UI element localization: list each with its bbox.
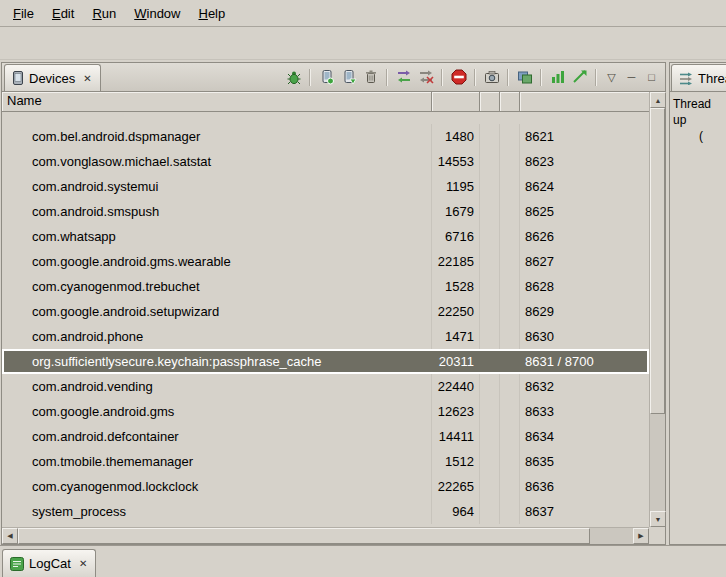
process-name: com.android.vending bbox=[2, 374, 432, 399]
table-row[interactable]: com.android.systemui 1195 8624 bbox=[2, 174, 649, 199]
threads-message-line2: ( bbox=[673, 128, 723, 144]
menu-item[interactable]: Run bbox=[83, 2, 125, 25]
close-icon[interactable]: ✕ bbox=[78, 558, 88, 569]
heap-status-cell bbox=[480, 499, 500, 524]
update-heap-icon[interactable] bbox=[317, 68, 336, 87]
minimize-icon[interactable]: ─ bbox=[623, 69, 640, 86]
tab-threads-label: Threa bbox=[698, 71, 726, 86]
horizontal-scrollbar[interactable]: ◀ ▶ bbox=[2, 527, 649, 544]
process-name: com.bel.android.dspmanager bbox=[2, 124, 432, 149]
column-header-heap[interactable] bbox=[480, 92, 500, 112]
vertical-scroll-track[interactable] bbox=[650, 108, 665, 511]
process-port: 8624 bbox=[520, 174, 649, 199]
process-name: com.android.smspush bbox=[2, 199, 432, 224]
screen-record-icon[interactable] bbox=[515, 68, 534, 87]
cause-gc-icon[interactable] bbox=[361, 68, 380, 87]
vertical-scroll-thumb[interactable] bbox=[650, 108, 665, 414]
tab-logcat[interactable]: LogCat ✕ bbox=[2, 549, 96, 577]
maximize-icon[interactable]: □ bbox=[643, 69, 660, 86]
scrollbar-corner bbox=[649, 527, 665, 544]
tab-threads[interactable]: Threa bbox=[671, 64, 726, 91]
horizontal-scroll-thumb[interactable] bbox=[18, 528, 590, 544]
heap-status-cell bbox=[480, 124, 500, 149]
menu-item[interactable]: Help bbox=[189, 2, 234, 25]
thread-status-cell bbox=[500, 449, 520, 474]
process-pid: 20311 bbox=[432, 349, 480, 374]
process-port: 8626 bbox=[520, 224, 649, 249]
table-row[interactable]: com.cyanogenmod.lockclock 22265 8636 bbox=[2, 474, 649, 499]
process-pid: 1471 bbox=[432, 324, 480, 349]
screen-capture-icon[interactable] bbox=[482, 68, 501, 87]
toolbar-separator bbox=[441, 69, 443, 86]
table-row[interactable]: com.google.android.setupwizard 22250 862… bbox=[2, 299, 649, 324]
scroll-up-icon[interactable]: ▲ bbox=[650, 92, 666, 108]
process-port: 8628 bbox=[520, 274, 649, 299]
process-pid: 22250 bbox=[432, 299, 480, 324]
menu-item[interactable]: Edit bbox=[43, 2, 83, 25]
devices-tabbar: Devices ✕ bbox=[2, 63, 665, 92]
toolbar-separator bbox=[386, 69, 388, 86]
debug-process-icon[interactable] bbox=[284, 68, 303, 87]
tab-logcat-label: LogCat bbox=[29, 556, 71, 571]
process-port: 8634 bbox=[520, 424, 649, 449]
table-row[interactable]: com.android.smspush 1679 8625 bbox=[2, 199, 649, 224]
thread-status-cell bbox=[500, 299, 520, 324]
view-menu-icon[interactable]: ▽ bbox=[603, 69, 620, 86]
tab-devices[interactable]: Devices ✕ bbox=[4, 64, 101, 91]
heap-status-cell bbox=[480, 224, 500, 249]
process-port: 8623 bbox=[520, 149, 649, 174]
process-pid: 22440 bbox=[432, 374, 480, 399]
heap-status-cell bbox=[480, 374, 500, 399]
thread-status-cell bbox=[500, 374, 520, 399]
process-port: 8632 bbox=[520, 374, 649, 399]
scroll-left-icon[interactable]: ◀ bbox=[2, 528, 18, 544]
table-row[interactable]: com.google.android.gms 12623 8633 bbox=[2, 399, 649, 424]
table-body: com.bel.android.dspmanager 1480 8621 com… bbox=[2, 112, 649, 527]
table-row[interactable]: system_process 964 8637 bbox=[2, 499, 649, 524]
menubar: File Edit Run Window Help bbox=[0, 0, 726, 27]
table-row[interactable]: com.whatsapp 6716 8626 bbox=[2, 224, 649, 249]
column-header-name[interactable]: Name bbox=[2, 92, 432, 112]
scroll-down-icon[interactable]: ▼ bbox=[650, 511, 666, 527]
process-pid: 1195 bbox=[432, 174, 480, 199]
process-pid: 964 bbox=[432, 499, 480, 524]
table-row[interactable]: com.cyanogenmod.trebuchet 1528 8628 bbox=[2, 274, 649, 299]
process-port: 8627 bbox=[520, 249, 649, 274]
table-row[interactable]: com.vonglasow.michael.satstat 14553 8623 bbox=[2, 149, 649, 174]
process-port: 8631 / 8700 bbox=[520, 349, 649, 374]
process-name: com.android.phone bbox=[2, 324, 432, 349]
threads-tabbar: Threa bbox=[670, 63, 726, 92]
heap-status-cell bbox=[480, 299, 500, 324]
table-row[interactable]: com.android.phone 1471 8630 bbox=[2, 324, 649, 349]
update-threads-icon[interactable] bbox=[394, 68, 413, 87]
table-row[interactable]: com.google.android.gms.wearable 22185 86… bbox=[2, 249, 649, 274]
process-pid: 14553 bbox=[432, 149, 480, 174]
column-header-port[interactable] bbox=[520, 92, 649, 112]
device-icon bbox=[12, 71, 24, 85]
tracking-start-icon[interactable] bbox=[548, 68, 567, 87]
table-row[interactable]: com.tmobile.thememanager 1512 8635 bbox=[2, 449, 649, 474]
toolbar-separator bbox=[507, 69, 509, 86]
column-header-pid[interactable] bbox=[432, 92, 480, 112]
stop-thread-updates-icon[interactable] bbox=[416, 68, 435, 87]
vertical-scrollbar[interactable]: ▲ ▼ bbox=[649, 92, 665, 527]
close-icon[interactable]: ✕ bbox=[82, 73, 92, 84]
column-header-thread[interactable] bbox=[500, 92, 520, 112]
thread-status-cell bbox=[500, 174, 520, 199]
scroll-right-icon[interactable]: ▶ bbox=[633, 528, 649, 544]
threads-message: Thread up ( bbox=[670, 92, 726, 148]
stop-process-icon[interactable] bbox=[449, 68, 468, 87]
thread-status-cell bbox=[500, 274, 520, 299]
table-row[interactable]: com.android.defcontainer 14411 8634 bbox=[2, 424, 649, 449]
dump-hprof-icon[interactable] bbox=[339, 68, 358, 87]
horizontal-scroll-track[interactable] bbox=[18, 528, 633, 544]
menu-item[interactable]: File bbox=[4, 2, 43, 25]
process-name: com.google.android.setupwizard bbox=[2, 299, 432, 324]
table-row[interactable]: com.android.vending 22440 8632 bbox=[2, 374, 649, 399]
menu-item[interactable]: Window bbox=[125, 2, 189, 25]
tracking-stop-icon[interactable] bbox=[570, 68, 589, 87]
table-row[interactable]: com.bel.android.dspmanager 1480 8621 bbox=[2, 124, 649, 149]
heap-status-cell bbox=[480, 324, 500, 349]
table-row[interactable]: org.sufficientlysecure.keychain:passphra… bbox=[2, 349, 649, 374]
thread-status-cell bbox=[500, 149, 520, 174]
